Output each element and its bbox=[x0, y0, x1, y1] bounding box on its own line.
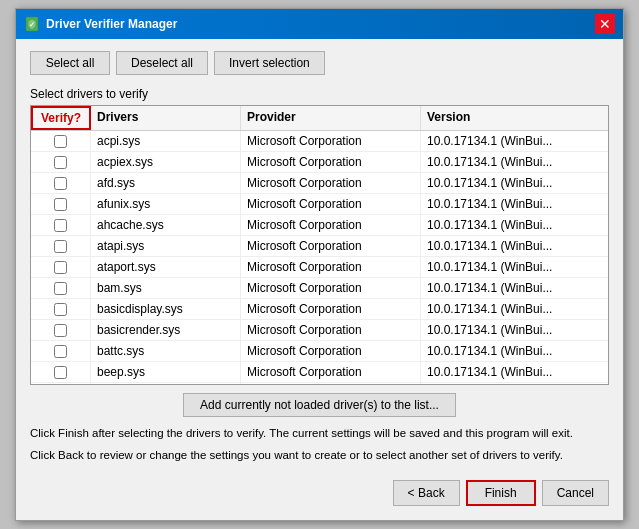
verify-checkbox[interactable] bbox=[54, 177, 67, 190]
driver-version: 10.0.17134.1 (WinBui... bbox=[421, 131, 608, 151]
verify-column-header: Verify? bbox=[31, 106, 91, 130]
driver-name: afunix.sys bbox=[91, 194, 241, 214]
driver-name: bam.sys bbox=[91, 278, 241, 298]
driver-version: 10.0.17134.1 (WinBui... bbox=[421, 341, 608, 361]
deselect-all-button[interactable]: Deselect all bbox=[116, 51, 208, 75]
verify-checkbox-cell[interactable] bbox=[31, 383, 91, 385]
driver-version: 10.0.17134.1 (WinBui... bbox=[421, 215, 608, 235]
driver-version: 10.0.17134.1 (WinBui... bbox=[421, 173, 608, 193]
driver-provider: Microsoft Corporation bbox=[241, 299, 421, 319]
verify-checkbox[interactable] bbox=[54, 219, 67, 232]
verify-checkbox[interactable] bbox=[54, 303, 67, 316]
verify-checkbox-cell[interactable] bbox=[31, 320, 91, 340]
title-bar: ✓ Driver Verifier Manager ✕ bbox=[16, 9, 623, 39]
verify-checkbox[interactable] bbox=[54, 135, 67, 148]
driver-version: 10.0.17134.1 (WinBui... bbox=[421, 236, 608, 256]
bottom-nav: < Back Finish Cancel bbox=[30, 476, 609, 508]
driver-version: 10.0.17134.1 (WinBui... bbox=[421, 362, 608, 382]
driver-name: ataport.sys bbox=[91, 257, 241, 277]
version-column-header: Version bbox=[421, 106, 608, 130]
driver-provider: Microsoft Corporation bbox=[241, 152, 421, 172]
add-button-row: Add currently not loaded driver(s) to th… bbox=[30, 393, 609, 417]
table-row: afunix.sys Microsoft Corporation 10.0.17… bbox=[31, 194, 608, 215]
driver-version: 10.0.17134.1 (WinBui... bbox=[421, 257, 608, 277]
app-icon: ✓ bbox=[24, 16, 40, 32]
select-all-button[interactable]: Select all bbox=[30, 51, 110, 75]
verify-checkbox[interactable] bbox=[54, 198, 67, 211]
driver-name: acpiex.sys bbox=[91, 152, 241, 172]
info-section: Click Finish after selecting the drivers… bbox=[30, 425, 609, 464]
driver-provider: Microsoft Corporation bbox=[241, 341, 421, 361]
info-line1: Click Finish after selecting the drivers… bbox=[30, 425, 609, 442]
main-window: ✓ Driver Verifier Manager ✕ Select all D… bbox=[15, 8, 624, 521]
driver-name: acpi.sys bbox=[91, 131, 241, 151]
svg-text:✓: ✓ bbox=[29, 21, 35, 28]
table-row: acpi.sys Microsoft Corporation 10.0.1713… bbox=[31, 131, 608, 152]
driver-name: ahcache.sys bbox=[91, 215, 241, 235]
finish-button[interactable]: Finish bbox=[466, 480, 536, 506]
table-row: bootvid.dll Microsoft Corporation 10.0.1… bbox=[31, 383, 608, 385]
verify-checkbox[interactable] bbox=[54, 261, 67, 274]
verify-checkbox-cell[interactable] bbox=[31, 362, 91, 382]
verify-checkbox-cell[interactable] bbox=[31, 131, 91, 151]
table-row: bam.sys Microsoft Corporation 10.0.17134… bbox=[31, 278, 608, 299]
info-line2: Click Back to review or change the setti… bbox=[30, 447, 609, 464]
verify-checkbox-cell[interactable] bbox=[31, 341, 91, 361]
driver-provider: Microsoft Corporation bbox=[241, 194, 421, 214]
driver-version: 10.0.17134.1 (WinBui... bbox=[421, 320, 608, 340]
verify-checkbox-cell[interactable] bbox=[31, 236, 91, 256]
driver-provider: Microsoft Corporation bbox=[241, 236, 421, 256]
driver-provider: Microsoft Corporation bbox=[241, 131, 421, 151]
verify-checkbox-cell[interactable] bbox=[31, 278, 91, 298]
close-button[interactable]: ✕ bbox=[595, 14, 615, 34]
back-button[interactable]: < Back bbox=[393, 480, 460, 506]
verify-checkbox-cell[interactable] bbox=[31, 257, 91, 277]
table-row: atapi.sys Microsoft Corporation 10.0.171… bbox=[31, 236, 608, 257]
driver-name: basicrender.sys bbox=[91, 320, 241, 340]
add-drivers-button[interactable]: Add currently not loaded driver(s) to th… bbox=[183, 393, 456, 417]
driver-provider: Microsoft Corporation bbox=[241, 383, 421, 385]
driver-name: basicdisplay.sys bbox=[91, 299, 241, 319]
driver-provider: Microsoft Corporation bbox=[241, 278, 421, 298]
cancel-button[interactable]: Cancel bbox=[542, 480, 609, 506]
verify-checkbox[interactable] bbox=[54, 240, 67, 253]
verify-checkbox[interactable] bbox=[54, 156, 67, 169]
driver-version: 10.0.17134.1 (WinBui... bbox=[421, 383, 608, 385]
driver-version: 10.0.17134.1 (WinBui... bbox=[421, 299, 608, 319]
table-row: basicrender.sys Microsoft Corporation 10… bbox=[31, 320, 608, 341]
driver-version: 10.0.17134.1 (WinBui... bbox=[421, 152, 608, 172]
table-row: ahcache.sys Microsoft Corporation 10.0.1… bbox=[31, 215, 608, 236]
verify-checkbox[interactable] bbox=[54, 282, 67, 295]
verify-checkbox-cell[interactable] bbox=[31, 173, 91, 193]
content-area: Select all Deselect all Invert selection… bbox=[16, 39, 623, 520]
title-bar-left: ✓ Driver Verifier Manager bbox=[24, 16, 177, 32]
verify-checkbox[interactable] bbox=[54, 345, 67, 358]
driver-provider: Microsoft Corporation bbox=[241, 257, 421, 277]
driver-name: atapi.sys bbox=[91, 236, 241, 256]
table-row: ataport.sys Microsoft Corporation 10.0.1… bbox=[31, 257, 608, 278]
table-row: basicdisplay.sys Microsoft Corporation 1… bbox=[31, 299, 608, 320]
provider-column-header: Provider bbox=[241, 106, 421, 130]
section-label: Select drivers to verify bbox=[30, 87, 609, 101]
driver-name: beep.sys bbox=[91, 362, 241, 382]
table-header: Verify? Drivers Provider Version bbox=[31, 106, 608, 131]
verify-checkbox-cell[interactable] bbox=[31, 194, 91, 214]
verify-checkbox-cell[interactable] bbox=[31, 299, 91, 319]
driver-name: afd.sys bbox=[91, 173, 241, 193]
table-body: acpi.sys Microsoft Corporation 10.0.1713… bbox=[31, 131, 608, 385]
driver-name: bootvid.dll bbox=[91, 383, 241, 385]
drivers-table[interactable]: Verify? Drivers Provider Version acpi.sy… bbox=[30, 105, 609, 385]
driver-name: battc.sys bbox=[91, 341, 241, 361]
drivers-column-header: Drivers bbox=[91, 106, 241, 130]
verify-checkbox[interactable] bbox=[54, 366, 67, 379]
driver-version: 10.0.17134.1 (WinBui... bbox=[421, 278, 608, 298]
title-text: Driver Verifier Manager bbox=[46, 17, 177, 31]
table-row: acpiex.sys Microsoft Corporation 10.0.17… bbox=[31, 152, 608, 173]
invert-selection-button[interactable]: Invert selection bbox=[214, 51, 325, 75]
verify-checkbox-cell[interactable] bbox=[31, 152, 91, 172]
driver-provider: Microsoft Corporation bbox=[241, 320, 421, 340]
driver-provider: Microsoft Corporation bbox=[241, 362, 421, 382]
table-row: beep.sys Microsoft Corporation 10.0.1713… bbox=[31, 362, 608, 383]
verify-checkbox-cell[interactable] bbox=[31, 215, 91, 235]
verify-checkbox[interactable] bbox=[54, 324, 67, 337]
